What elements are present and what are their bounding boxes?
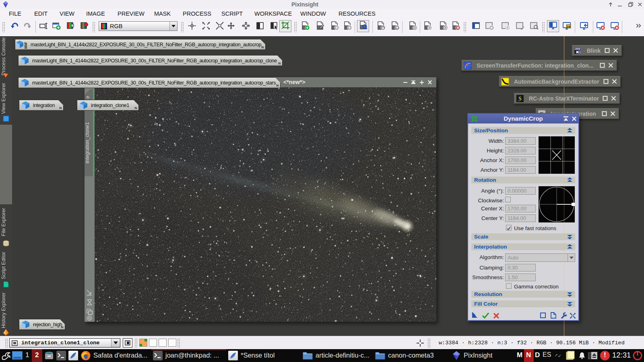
svg-text:XISF: XISF xyxy=(24,42,27,49)
svg-text:S: S xyxy=(518,96,522,102)
svg-text:24: 24 xyxy=(567,25,570,29)
